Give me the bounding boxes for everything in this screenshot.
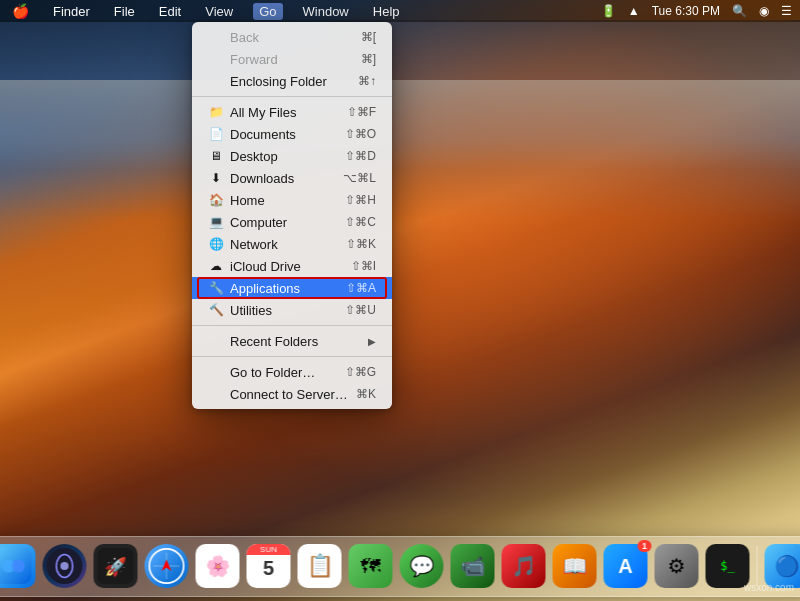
menu-item-connectserver[interactable]: Connect to Server… ⌘K	[192, 383, 392, 405]
documents-icon: 📄	[208, 126, 224, 142]
finder-menu[interactable]: Finder	[49, 4, 94, 19]
menu-item-utilities[interactable]: 🔨 Utilities ⇧⌘U	[192, 299, 392, 321]
network-icon: 🌐	[208, 236, 224, 252]
reminders-icon: 📋	[298, 544, 342, 588]
dock-photos[interactable]: 🌸	[194, 542, 242, 590]
recent-label: Recent Folders	[230, 334, 368, 349]
menu-item-downloads[interactable]: ⬇ Downloads ⌥⌘L	[192, 167, 392, 189]
dock: 🚀 🌸 SUN 5 📋 🗺 💬 📹	[0, 536, 800, 597]
icloud-icon: ☁	[208, 258, 224, 274]
dock-calendar[interactable]: SUN 5	[245, 542, 293, 590]
battery-icon: 🔋	[601, 4, 616, 18]
utilities-icon: 🔨	[208, 302, 224, 318]
menubar-left: 🍎 Finder File Edit View Go Window Help	[8, 3, 404, 20]
maps-icon: 🗺	[349, 544, 393, 588]
dock-maps[interactable]: 🗺	[347, 542, 395, 590]
documents-label: Documents	[230, 127, 345, 142]
facetime-icon: 📹	[451, 544, 495, 588]
control-center-icon[interactable]: ☰	[781, 4, 792, 18]
utilities-label: Utilities	[230, 303, 345, 318]
menu-item-allmyfiles[interactable]: 📁 All My Files ⇧⌘F	[192, 101, 392, 123]
dock-safari[interactable]	[143, 542, 191, 590]
siri-icon	[43, 544, 87, 588]
snow-area	[0, 80, 800, 230]
back-icon	[208, 29, 224, 45]
connectserver-label: Connect to Server…	[230, 387, 356, 402]
books-icon: 📖	[553, 544, 597, 588]
desktop-icon: 🖥	[208, 148, 224, 164]
menu-item-computer[interactable]: 💻 Computer ⇧⌘C	[192, 211, 392, 233]
documents-shortcut: ⇧⌘O	[345, 127, 376, 141]
gotofolder-shortcut: ⇧⌘G	[345, 365, 376, 379]
go-menu-trigger[interactable]: Go	[253, 3, 282, 20]
menu-item-back[interactable]: Back ⌘[	[192, 26, 392, 48]
applications-shortcut: ⇧⌘A	[346, 281, 376, 295]
connectserver-shortcut: ⌘K	[356, 387, 376, 401]
file-menu[interactable]: File	[110, 4, 139, 19]
appstore-badge: 1	[638, 540, 652, 552]
dock-sysprefs[interactable]: ⚙	[653, 542, 701, 590]
home-icon: 🏠	[208, 192, 224, 208]
go-menu-dropdown: Back ⌘[ Forward ⌘] Enclosing Folder ⌘↑ 📁…	[192, 22, 392, 409]
menu-item-desktop[interactable]: 🖥 Desktop ⇧⌘D	[192, 145, 392, 167]
network-shortcut: ⇧⌘K	[346, 237, 376, 251]
dock-books[interactable]: 📖	[551, 542, 599, 590]
menu-item-applications[interactable]: 🔧 Applications ⇧⌘A	[192, 277, 392, 299]
dock-messages[interactable]: 💬	[398, 542, 446, 590]
home-shortcut: ⇧⌘H	[345, 193, 376, 207]
svg-point-5	[60, 562, 68, 570]
apple-menu[interactable]: 🍎	[8, 3, 33, 19]
menu-item-enclosing[interactable]: Enclosing Folder ⌘↑	[192, 70, 392, 92]
search-icon[interactable]: 🔍	[732, 4, 747, 18]
music-icon: 🎵	[502, 544, 546, 588]
finder-icon	[0, 544, 36, 588]
recent-icon	[208, 333, 224, 349]
view-menu[interactable]: View	[201, 4, 237, 19]
computer-label: Computer	[230, 215, 345, 230]
menu-item-forward[interactable]: Forward ⌘]	[192, 48, 392, 70]
forward-icon	[208, 51, 224, 67]
calendar-icon: SUN 5	[247, 544, 291, 588]
network-label: Network	[230, 237, 346, 252]
dock-appstore[interactable]: A 1	[602, 542, 650, 590]
computer-shortcut: ⇧⌘C	[345, 215, 376, 229]
menu-item-home[interactable]: 🏠 Home ⇧⌘H	[192, 189, 392, 211]
clock: Tue 6:30 PM	[652, 4, 720, 18]
menu-item-recent[interactable]: Recent Folders ▶	[192, 330, 392, 352]
sysprefs-icon: ⚙	[655, 544, 699, 588]
dock-facetime[interactable]: 📹	[449, 542, 497, 590]
applications-label: Applications	[230, 281, 346, 296]
dock-music[interactable]: 🎵	[500, 542, 548, 590]
dock-separator	[757, 546, 758, 586]
allmyfiles-shortcut: ⇧⌘F	[347, 105, 376, 119]
icloud-label: iCloud Drive	[230, 259, 351, 274]
forward-shortcut: ⌘]	[361, 52, 376, 66]
svg-point-2	[12, 559, 25, 572]
menubar: 🍎 Finder File Edit View Go Window Help 🔋…	[0, 0, 800, 22]
enclosing-shortcut: ⌘↑	[358, 74, 376, 88]
home-label: Home	[230, 193, 345, 208]
dock-reminders[interactable]: 📋	[296, 542, 344, 590]
terminal-icon: $_	[706, 544, 750, 588]
forward-label: Forward	[230, 52, 361, 67]
help-menu[interactable]: Help	[369, 4, 404, 19]
menu-item-network[interactable]: 🌐 Network ⇧⌘K	[192, 233, 392, 255]
allmyfiles-icon: 📁	[208, 104, 224, 120]
menu-item-gotofolder[interactable]: Go to Folder… ⇧⌘G	[192, 361, 392, 383]
downloads-label: Downloads	[230, 171, 343, 186]
separator-2	[192, 325, 392, 326]
gotofolder-label: Go to Folder…	[230, 365, 345, 380]
window-menu[interactable]: Window	[299, 4, 353, 19]
menu-item-documents[interactable]: 📄 Documents ⇧⌘O	[192, 123, 392, 145]
siri-icon[interactable]: ◉	[759, 4, 769, 18]
computer-icon: 💻	[208, 214, 224, 230]
menubar-right: 🔋 ▲ Tue 6:30 PM 🔍 ◉ ☰	[601, 4, 792, 18]
wifi-icon: ▲	[628, 4, 640, 18]
edit-menu[interactable]: Edit	[155, 4, 185, 19]
dock-siri[interactable]	[41, 542, 89, 590]
menu-item-icloud[interactable]: ☁ iCloud Drive ⇧⌘I	[192, 255, 392, 277]
dock-launchpad[interactable]: 🚀	[92, 542, 140, 590]
watermark: wsxon.com	[744, 582, 794, 593]
dock-finder[interactable]	[0, 542, 38, 590]
launchpad-icon: 🚀	[94, 544, 138, 588]
